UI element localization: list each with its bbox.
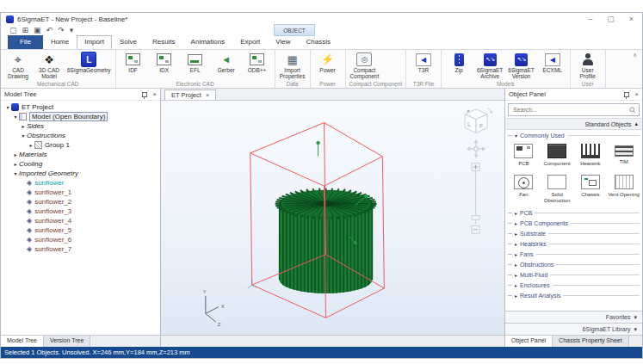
redo-icon[interactable]: ↷ (58, 26, 65, 34)
section-multi-fluid[interactable]: ▸Multi-Fluid (505, 270, 642, 281)
tree-item-sunflower-3[interactable]: ◈sunflower_3 (1, 207, 160, 216)
section-obstructions[interactable]: ▸Obstructions (505, 260, 642, 270)
tree-item-obstructions[interactable]: ▾Obstructions (1, 131, 160, 140)
3d cad-model-button[interactable]: ❖3D CAD Model (34, 51, 65, 81)
minimize-button[interactable]: – (588, 15, 592, 23)
tab-version-tree[interactable]: Version Tree (44, 336, 90, 347)
library-bar[interactable]: 6SigmaET Library ▾ (505, 323, 642, 335)
import-properties-button[interactable]: ▦Import Properties (277, 51, 308, 81)
idx-button[interactable]: IDX (149, 51, 180, 74)
restore-button[interactable]: ▢ (607, 15, 615, 23)
tree-item-imported-geometry[interactable]: ▾Imported Geometry (1, 169, 160, 178)
new-icon[interactable]: ▢ (9, 26, 17, 34)
search-input[interactable] (511, 106, 629, 114)
close-button[interactable]: × (629, 15, 634, 23)
tree-item-sunflower[interactable]: ◈sunflower (1, 178, 160, 188)
tab-chassis-property-sheet[interactable]: Chassis Property Sheet (553, 336, 629, 347)
section-commonly-used[interactable]: ▾ Commonly Used (505, 130, 642, 140)
object-chassis[interactable]: Chassis (574, 171, 608, 208)
tab-animations[interactable]: Animations (183, 35, 233, 49)
section-pcb[interactable]: ▸PCB (505, 208, 642, 219)
tree-item-cooling[interactable]: ▸Cooling (1, 159, 160, 169)
tab-object-panel[interactable]: Object Panel (505, 336, 553, 347)
gerber-button[interactable]: ◄Gerber (211, 51, 242, 74)
pan-control[interactable] (467, 139, 485, 158)
section-fans[interactable]: ▸Fans (505, 250, 642, 260)
tree-expander-icon[interactable]: ▾ (12, 170, 19, 176)
tree-expander-icon[interactable]: ▸ (20, 123, 27, 129)
diamond-icon: ◈ (27, 245, 32, 253)
tree-expander-icon[interactable]: ▸ (28, 142, 34, 148)
power-button[interactable]: ⚡Power (312, 51, 343, 74)
3d-viewport[interactable]: Y X Z L F (161, 101, 504, 335)
tree-item-sunflower-7[interactable]: ◈sunflower_7 (1, 244, 160, 254)
object-heatsink[interactable]: Heatsink (574, 140, 608, 171)
compact-component-button[interactable]: ◎Compact Component (348, 51, 382, 81)
panel-close-icon[interactable]: × (634, 90, 639, 98)
user-profile-button[interactable]: User Profile (572, 51, 603, 81)
object-tim[interactable]: TIM (607, 140, 640, 171)
tab-model-tree[interactable]: Model Tree (1, 336, 44, 347)
tree-item-sunflower-1[interactable]: ◈sunflower_1 (1, 188, 160, 197)
6sigmaet-version-button[interactable]: ↖↘6SigmaET Version (505, 51, 536, 81)
pin-icon[interactable] (142, 92, 147, 97)
object-component[interactable]: Component (541, 140, 574, 171)
tab-view[interactable]: View (268, 35, 298, 49)
tree-item-sunflower-6[interactable]: ◈sunflower_6 (1, 235, 160, 244)
favorites-bar[interactable]: Favorites ▾ (505, 311, 642, 323)
section-result-analysis[interactable]: ▸Result Analysis (505, 291, 642, 301)
tree-item-model-open-boundary-[interactable]: ▾Model (Open Boundary) (1, 112, 160, 121)
standard-objects-bar[interactable]: Standard Objects ▴ (505, 118, 642, 130)
object-panel-header: Object Panel (509, 90, 624, 98)
tree-expander-icon[interactable]: ▸ (12, 161, 19, 167)
ecxml-button[interactable]: ◀ECXML (537, 51, 568, 74)
tree-item-materials[interactable]: ▸Materials (1, 150, 160, 159)
tree-expander-icon[interactable]: ▾ (20, 133, 27, 139)
tree-item-sunflower-2[interactable]: ◈sunflower_2 (1, 197, 160, 207)
open-image-icon[interactable]: ⊞ (22, 26, 29, 34)
tab-file[interactable]: File (8, 35, 43, 49)
object-vent-opening[interactable]: Vent Opening (607, 171, 640, 208)
tree-item-sides[interactable]: ▸Sides (1, 121, 160, 131)
ribbon-collapse-icon[interactable]: ∧ (633, 52, 637, 59)
section-enclosures[interactable]: ▸Enclosures (505, 281, 642, 291)
tree-expander-icon[interactable]: ▾ (12, 114, 19, 120)
object-pcb[interactable]: PCB (507, 140, 541, 171)
search-box[interactable] (508, 103, 640, 116)
panel-close-icon[interactable]: × (152, 90, 157, 98)
object-solid-obstruction[interactable]: Solid Obstruction (541, 171, 574, 208)
object-label: Vent Opening (608, 192, 639, 198)
zip-button[interactable]: Zip (443, 51, 474, 74)
tree-item-sunflower-5[interactable]: ◈sunflower_5 (1, 225, 160, 235)
t3r-button[interactable]: ◀T3R (408, 51, 439, 74)
tab-home[interactable]: Home (43, 35, 77, 49)
viewport-tab[interactable]: ET Project × (164, 89, 216, 100)
efl-button[interactable]: EFL (180, 51, 211, 74)
section-substrate[interactable]: ▸Substrate (505, 229, 642, 239)
zoom-slider[interactable] (472, 163, 479, 234)
cad-drawing-button[interactable]: ⌖CAD Drawing (3, 51, 34, 81)
odb++-button[interactable]: ODB++ (242, 51, 273, 74)
undo-icon[interactable]: ↶ (46, 26, 53, 34)
section-label: Heatsinks (520, 241, 547, 247)
tab-export[interactable]: Export (232, 35, 268, 49)
section-heatsinks[interactable]: ▸Heatsinks (505, 239, 642, 250)
tree-item-sunflower-4[interactable]: ◈sunflower_4 (1, 216, 160, 225)
tree-expander-icon[interactable]: ▸ (12, 151, 19, 157)
save-icon[interactable]: ▣ (34, 26, 41, 34)
tab-chassis[interactable]: Chassis (299, 35, 338, 49)
6sigmaet-archive-button[interactable]: ↖↘6SigmaET Archive (474, 51, 505, 81)
6sigmageometry-button[interactable]: L6SigmaGeometry (65, 51, 114, 74)
tree-item-group-1[interactable]: ▸Group 1 (1, 140, 160, 150)
pin-icon[interactable] (624, 92, 629, 97)
qat-more-icon[interactable]: ▾ (70, 26, 74, 34)
section-pcb-components[interactable]: ▸PCB Components (505, 219, 642, 229)
object-fan[interactable]: Fan (507, 171, 541, 208)
tab-results[interactable]: Results (145, 35, 183, 49)
tab-solve[interactable]: Solve (112, 35, 145, 49)
tree-item-et-project[interactable]: ▾ET Project (1, 102, 160, 112)
idf-button[interactable]: IDF (118, 51, 149, 74)
tree-expander-icon[interactable]: ▾ (4, 104, 11, 110)
viewport-tab-close-icon[interactable]: × (206, 92, 209, 98)
tab-import[interactable]: Import (77, 35, 112, 49)
